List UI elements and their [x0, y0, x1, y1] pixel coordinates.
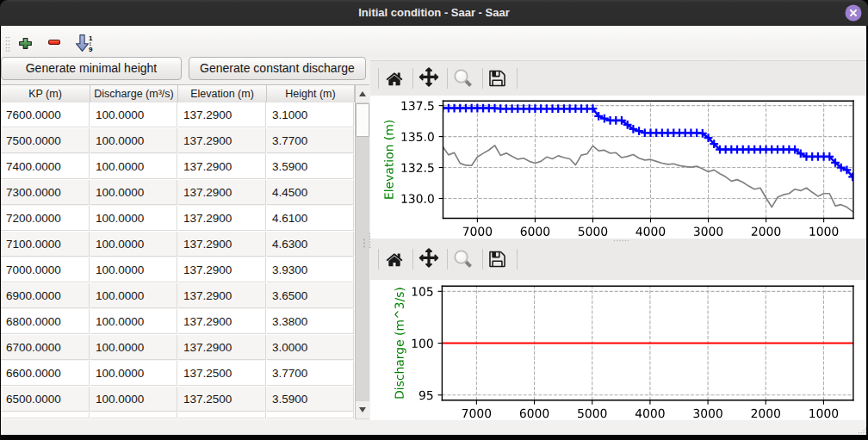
svg-text:1: 1	[88, 34, 92, 42]
svg-text:9: 9	[88, 45, 92, 52]
